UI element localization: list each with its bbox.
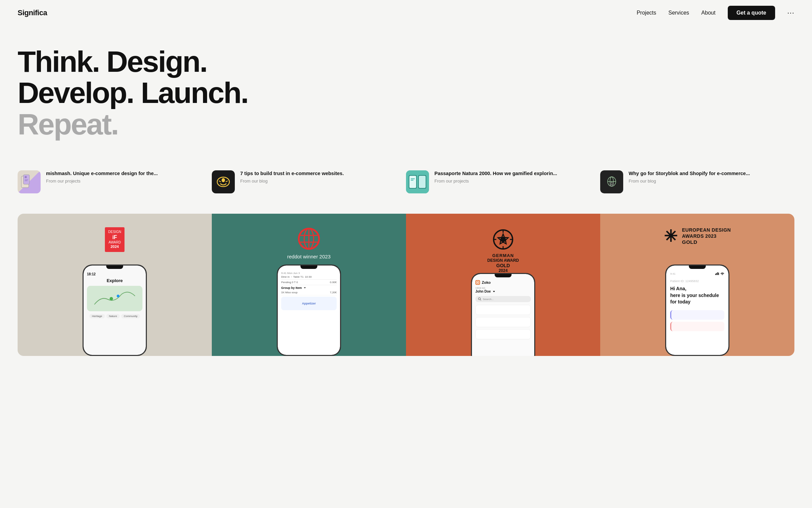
award-panel-reddot: reddot winner 2023 9:41 Mon Jun 3 Dine i… [212, 214, 406, 356]
card-1-thumbnail [18, 170, 41, 193]
award-panel-gda: GERMAN DESIGN AWARD GOLD 2024 Zoko VIEW … [406, 214, 600, 356]
hero-headline: Think. Design. Develop. Launch. Repeat. [18, 46, 794, 140]
get-quote-button[interactable]: Get a quote [728, 6, 775, 20]
card-2-thumbnail [212, 170, 235, 193]
card-4[interactable]: Why go for Storyblok and Shopify for e-c… [600, 167, 794, 197]
svg-marker-39 [493, 291, 495, 292]
svg-rect-4 [25, 181, 27, 181]
svg-rect-14 [411, 178, 415, 179]
svg-rect-45 [718, 273, 719, 275]
svg-rect-13 [419, 176, 426, 188]
svg-point-46 [722, 274, 723, 275]
card-4-text: Why go for Storyblok and Shopify for e-c… [629, 170, 750, 184]
svg-rect-3 [25, 179, 28, 180]
card-1[interactable]: mishmash. Unique e-commerce design for t… [18, 167, 212, 197]
reddot-globe-icon [297, 227, 320, 252]
card-2[interactable]: 7 tips to build trust in e-commerce webs… [212, 167, 406, 197]
svg-line-41 [480, 300, 481, 301]
card-2-source: From our blog [240, 178, 344, 184]
phone1-time: 18:12 [87, 272, 142, 276]
phone4-patient-id: Patient ID: 12495832 [670, 279, 724, 283]
phone4-greeting: Hi Ana,here is your schedulefor today [670, 285, 724, 305]
svg-point-38 [477, 282, 478, 283]
if-award-badge: DESIGN iF AWARD 2024 [105, 227, 125, 252]
featured-cards: mishmash. Unique e-commerce design for t… [0, 157, 812, 207]
eda-badge: ✳ EUROPEAN DESIGN AWARDS 2023 GOLD [664, 227, 731, 246]
p1-tag-heritage: Heritage [89, 314, 105, 318]
card-2-text: 7 tips to build trust in e-commerce webs… [240, 170, 344, 184]
card-1-source: From our projects [46, 178, 158, 184]
phone3-search: Search... [483, 298, 494, 301]
svg-line-8 [226, 181, 228, 182]
nav-right: Projects Services About Get a quote ··· [637, 6, 794, 20]
card-3[interactable]: Passaporte Natura 2000. How we gamified … [406, 167, 600, 197]
panel-2-phone: 9:41 Mon Jun 3 Dine in › Table T1 10:30 … [219, 259, 399, 356]
hero-line1: Think. Design. [18, 46, 794, 77]
hero-line2: Develop. Launch. [18, 77, 794, 108]
svg-line-7 [219, 181, 221, 182]
p1-tag-community: Community [121, 314, 140, 318]
phone3-user: John Doe [475, 290, 491, 293]
svg-point-20 [611, 184, 612, 185]
phone2-pending: Pending 0 T 0 [281, 281, 298, 284]
phone2-price: 7,20€ [330, 291, 337, 294]
phone2-amount: 0.00€ [330, 281, 337, 284]
svg-rect-22 [88, 286, 142, 311]
phone2-date: 9:41 Mon Jun 3 [281, 272, 337, 275]
panel-1-phone: 18:12 Explore Heritage Nature Commu [24, 256, 205, 356]
svg-rect-11 [409, 176, 416, 188]
svg-point-23 [110, 297, 113, 300]
svg-rect-43 [716, 273, 717, 275]
svg-rect-15 [411, 180, 413, 181]
logo[interactable]: Significa [18, 8, 47, 17]
svg-point-24 [117, 295, 119, 297]
phone1-title: Explore [87, 278, 142, 283]
svg-rect-2 [25, 176, 27, 178]
more-menu-button[interactable]: ··· [787, 8, 794, 17]
eda-text: EUROPEAN DESIGN AWARDS 2023 GOLD [682, 227, 731, 246]
awards-section: DESIGN iF AWARD 2024 18:12 Explore [18, 214, 794, 356]
card-3-thumbnail [406, 170, 429, 193]
svg-rect-42 [715, 274, 716, 275]
phone2-timeslot: 10:30 [305, 275, 312, 278]
gda-icon [491, 227, 515, 253]
reddot-label: reddot winner 2023 [287, 254, 331, 259]
phone3-view-label: VIEW AS: [475, 287, 531, 289]
asterisk-icon: ✳ [664, 228, 677, 245]
hero-line3: Repeat. [18, 109, 794, 140]
gda-text: GERMAN DESIGN AWARD GOLD 2024 [487, 253, 519, 273]
card-1-text: mishmash. Unique e-commerce design for t… [46, 170, 158, 184]
phone2-item: 3X Miso soup [281, 291, 297, 294]
phone2-dine: Dine in [281, 275, 290, 278]
nav-about[interactable]: About [701, 10, 716, 16]
card-2-title: 7 tips to build trust in e-commerce webs… [240, 170, 344, 177]
card-4-title: Why go for Storyblok and Shopify for e-c… [629, 170, 750, 177]
p1-tag-nature: Nature [106, 314, 120, 318]
hero-section: Think. Design. Develop. Launch. Repeat. [0, 26, 812, 157]
card-3-title: Passaporte Natura 2000. How we gamified … [434, 170, 557, 177]
award-panel-if: DESIGN iF AWARD 2024 18:12 Explore [18, 214, 212, 356]
svg-marker-30 [304, 287, 306, 289]
svg-rect-44 [717, 272, 718, 275]
svg-point-32 [500, 237, 506, 242]
phone4-time: 9:41 [670, 272, 676, 275]
panel-4-phone: 9:41 Patient ID: 12495832 Hi Ana,here is… [607, 249, 788, 356]
award-panel-eda: ✳ EUROPEAN DESIGN AWARDS 2023 GOLD 9:41 [600, 214, 794, 356]
phone2-group: Group by Item [281, 286, 302, 290]
card-4-source: From our blog [629, 178, 750, 184]
phone3-app: Zoko [482, 280, 491, 284]
card-3-source: From our projects [434, 178, 557, 184]
card-4-thumbnail [600, 170, 623, 193]
panel-3-phone: Zoko VIEW AS: John Doe Search... [413, 273, 593, 356]
navbar: Significa Projects Services About Get a … [0, 0, 812, 26]
svg-point-40 [478, 298, 480, 300]
card-1-title: mishmash. Unique e-commerce design for t… [46, 170, 158, 177]
nav-projects[interactable]: Projects [637, 10, 656, 16]
phone2-table: Table T1 [293, 275, 304, 278]
nav-services[interactable]: Services [668, 10, 689, 16]
svg-point-6 [222, 178, 225, 182]
card-3-text: Passaporte Natura 2000. How we gamified … [434, 170, 557, 184]
